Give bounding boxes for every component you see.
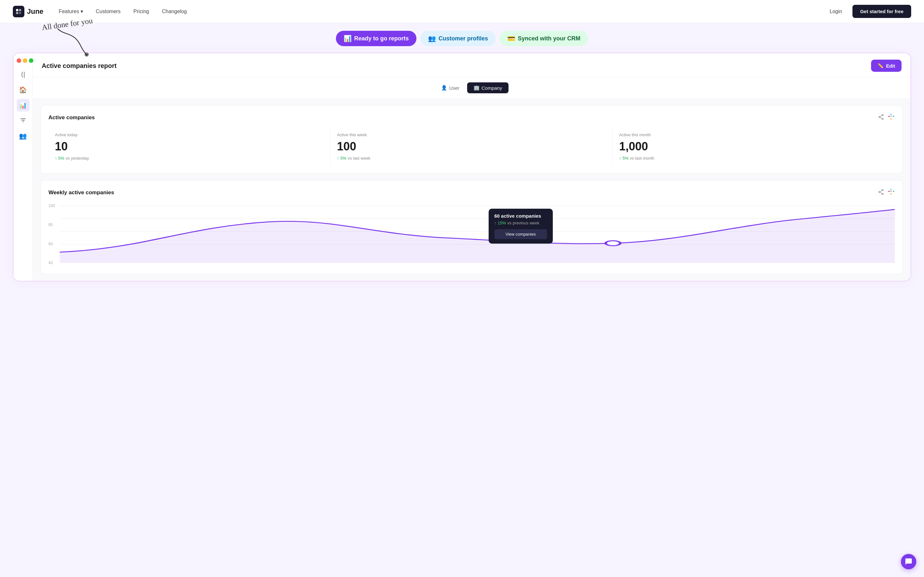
svg-rect-23 bbox=[888, 191, 890, 192]
crm-icon: 💳 bbox=[507, 35, 515, 42]
svg-rect-13 bbox=[888, 116, 890, 117]
svg-rect-26 bbox=[890, 193, 892, 195]
svg-point-20 bbox=[882, 193, 883, 195]
svg-rect-2 bbox=[16, 12, 18, 14]
main-wrapper: ⟨| 🏠 📊 👥 Active companies report ✏️ Edit bbox=[0, 53, 924, 294]
metrics-row: Active today 10 ↑ 5% vs yesterday Active… bbox=[48, 127, 895, 166]
sidebar-icon-reports[interactable]: 📊 bbox=[17, 99, 29, 111]
logo-icon bbox=[13, 6, 24, 17]
sidebar-icon-home[interactable]: 🏠 bbox=[17, 83, 29, 96]
window-minimize-dot[interactable] bbox=[23, 58, 27, 63]
svg-rect-16 bbox=[890, 118, 892, 119]
reports-icon: 📊 bbox=[344, 35, 352, 42]
metric-month-value: 1,000 bbox=[619, 140, 888, 153]
svg-rect-25 bbox=[893, 191, 894, 192]
svg-rect-1 bbox=[19, 9, 21, 11]
svg-rect-17 bbox=[890, 116, 892, 117]
user-toggle-icon: 👤 bbox=[441, 85, 447, 91]
y-label-80: 80 bbox=[48, 222, 58, 227]
svg-rect-27 bbox=[890, 191, 892, 192]
tooltip-title: 60 active companies bbox=[494, 213, 547, 219]
nav-customers[interactable]: Customers bbox=[91, 6, 126, 17]
content-title: Active companies report bbox=[42, 62, 116, 69]
slack-icon[interactable] bbox=[888, 113, 895, 122]
chart-slack-icon[interactable] bbox=[888, 188, 895, 197]
app-window: ⟨| 🏠 📊 👥 Active companies report ✏️ Edit bbox=[13, 53, 911, 282]
company-toggle-icon: 🏢 bbox=[473, 85, 480, 91]
nav-features[interactable]: Features ▾ bbox=[53, 6, 88, 17]
up-arrow-icon: ↑ bbox=[55, 156, 57, 161]
content-header: Active companies report ✏️ Edit bbox=[33, 53, 911, 77]
share-icon[interactable] bbox=[878, 114, 884, 121]
svg-line-21 bbox=[880, 190, 882, 192]
navbar: June Features ▾ Customers Pricing Change… bbox=[0, 0, 924, 23]
toggle-bar: 👤 User 🏢 Company bbox=[33, 77, 911, 99]
svg-line-12 bbox=[880, 117, 882, 119]
toggle-company[interactable]: 🏢 Company bbox=[467, 82, 509, 93]
sidebar: ⟨| 🏠 📊 👥 bbox=[13, 53, 33, 281]
weekly-chart-card: Weekly active companies bbox=[40, 180, 903, 274]
sidebar-icon-funnels[interactable] bbox=[17, 114, 29, 127]
logo-text: June bbox=[27, 7, 43, 16]
y-label-40: 40 bbox=[48, 261, 58, 265]
chart-actions bbox=[878, 188, 895, 197]
login-button[interactable]: Login bbox=[825, 6, 847, 17]
content-area: Active companies report ✏️ Edit 👤 User 🏢… bbox=[33, 53, 911, 281]
chart-dot bbox=[606, 241, 620, 246]
svg-line-22 bbox=[880, 192, 882, 193]
svg-point-18 bbox=[882, 189, 883, 191]
svg-rect-5 bbox=[21, 118, 26, 119]
cta-button[interactable]: Get started for free bbox=[853, 5, 911, 18]
metric-card-title: Active companies bbox=[48, 114, 95, 121]
metric-today: Active today 10 ↑ 5% vs yesterday bbox=[48, 127, 330, 166]
nav-links: Features ▾ Customers Pricing Changelog bbox=[53, 6, 824, 17]
nav-changelog[interactable]: Changelog bbox=[157, 6, 192, 17]
nav-actions: Login Get started for free bbox=[825, 5, 911, 18]
profiles-icon: 👥 bbox=[428, 35, 436, 42]
tab-profiles[interactable]: 👥 Customer profiles bbox=[420, 31, 496, 46]
window-close-dot[interactable] bbox=[17, 58, 21, 63]
metric-week: Active this week 100 ↑ 5% vs last week bbox=[330, 127, 612, 166]
svg-rect-0 bbox=[16, 9, 18, 11]
svg-rect-3 bbox=[19, 12, 21, 14]
sidebar-icon-users[interactable]: 👥 bbox=[17, 129, 29, 142]
chart-tooltip: 60 active companies ↑ 15% vs previous we… bbox=[489, 209, 553, 243]
tab-bar: 📊 Ready to go reports 👥 Customer profile… bbox=[0, 23, 924, 53]
metric-card-actions bbox=[878, 113, 895, 122]
metric-today-label: Active today bbox=[55, 132, 324, 137]
cards-area: Active companies bbox=[33, 99, 911, 281]
view-companies-button[interactable]: View companies bbox=[494, 229, 547, 239]
svg-rect-24 bbox=[890, 189, 892, 190]
funnel-icon bbox=[20, 117, 26, 124]
chevron-down-icon: ▾ bbox=[81, 8, 83, 15]
tab-reports[interactable]: 📊 Ready to go reports bbox=[336, 31, 417, 46]
metric-week-change: ↑ 5% vs last week bbox=[337, 156, 606, 161]
svg-rect-7 bbox=[23, 121, 24, 122]
svg-rect-15 bbox=[893, 116, 894, 117]
svg-rect-6 bbox=[21, 120, 25, 121]
edit-icon: ✏️ bbox=[877, 63, 884, 69]
logo[interactable]: June bbox=[13, 6, 43, 17]
tooltip-arrow-icon: ↑ bbox=[494, 221, 497, 226]
toggle-user[interactable]: 👤 User bbox=[435, 82, 466, 93]
chart-area: 100 80 60 40 bbox=[48, 202, 895, 266]
metric-card-header: Active companies bbox=[48, 113, 895, 122]
tab-crm[interactable]: 💳 Synced with your CRM bbox=[499, 31, 588, 46]
metric-today-value: 10 bbox=[55, 140, 324, 153]
svg-point-19 bbox=[879, 191, 880, 193]
chart-share-icon[interactable] bbox=[878, 189, 884, 197]
chat-bubble[interactable] bbox=[901, 554, 916, 569]
svg-rect-14 bbox=[890, 114, 892, 115]
chart-card-header: Weekly active companies bbox=[48, 188, 895, 197]
y-label-60: 60 bbox=[48, 242, 58, 246]
up-arrow-icon-2: ↑ bbox=[337, 156, 339, 161]
svg-point-8 bbox=[882, 114, 883, 116]
metric-week-label: Active this week bbox=[337, 132, 606, 137]
edit-button[interactable]: ✏️ Edit bbox=[871, 60, 901, 72]
svg-point-10 bbox=[882, 118, 883, 119]
nav-pricing[interactable]: Pricing bbox=[128, 6, 154, 17]
sidebar-icon-collapse[interactable]: ⟨| bbox=[17, 68, 29, 81]
chart-area-fill bbox=[60, 210, 895, 263]
metric-today-change: ↑ 5% vs yesterday bbox=[55, 156, 324, 161]
metric-month-label: Active this month bbox=[619, 132, 888, 137]
